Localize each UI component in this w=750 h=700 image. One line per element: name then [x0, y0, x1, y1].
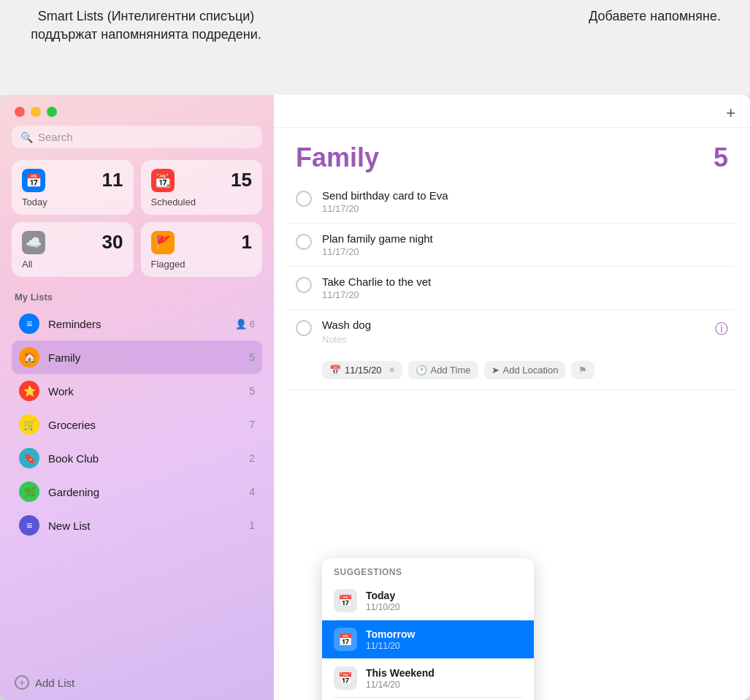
maximize-button[interactable] [47, 107, 57, 117]
suggestion-weekend-date: 11/14/20 [366, 680, 435, 690]
search-input[interactable]: Search [38, 131, 73, 143]
search-icon: 🔍 [20, 132, 33, 143]
suggestion-tomorrow-label: Tomorrow [366, 628, 415, 640]
new-list-label: New List [48, 520, 240, 532]
smart-card-scheduled-top: 📆 15 [151, 169, 253, 192]
suggestion-weekend-text: This Weekend 11/14/20 [366, 667, 435, 690]
new-list-count: 1 [249, 520, 255, 531]
smart-card-all[interactable]: ☁️ 30 All [12, 222, 134, 277]
list-header: Family 5 [274, 128, 750, 180]
add-time-chip[interactable]: 🕐 Add Time [408, 361, 478, 379]
smart-card-today-top: 📅 11 [22, 169, 123, 192]
suggestion-weekend-label: This Weekend [366, 667, 435, 679]
add-time-label: Add Time [431, 365, 471, 376]
sidebar-item-reminders[interactable]: ≡ Reminders 👤 6 [12, 307, 262, 341]
suggestion-today-date: 11/10/20 [366, 602, 400, 612]
reminder-row-inner: Wash dog Notes ⓘ [296, 319, 728, 345]
all-count: 30 [102, 231, 123, 254]
sidebar-item-new-list[interactable]: ≡ New List 1 [12, 509, 262, 542]
flagged-icon: 🚩 [151, 231, 175, 254]
clock-icon: 🕐 [416, 365, 427, 376]
suggestions-dropdown: Suggestions 📅 Today 11/10/20 📅 Tomorrow [322, 558, 534, 700]
groceries-icon: 🛒 [19, 414, 39, 435]
groceries-label: Groceries [48, 419, 240, 431]
sidebar-item-book-club[interactable]: 🔖 Book Club 2 [12, 441, 262, 475]
app-window: 🔍 Search 📅 11 Today 📆 15 Scheduled [0, 95, 750, 700]
scheduled-count: 15 [231, 169, 252, 191]
reminder-checkbox-2[interactable] [296, 234, 312, 250]
reminder-content-1: Send birthday card to Eva 11/17/20 [322, 189, 728, 214]
sidebar-item-work[interactable]: ⭐ Work 5 [12, 374, 262, 408]
flag-chip[interactable]: ⚑ [571, 361, 594, 379]
annotation-right-text: Добавете напомняне. [589, 7, 721, 26]
suggestion-today[interactable]: 📅 Today 11/10/20 [322, 582, 534, 620]
reminder-row: Take Charlie to the vet 11/17/20 [288, 267, 735, 310]
sidebar-item-groceries[interactable]: 🛒 Groceries 7 [12, 408, 262, 441]
suggestion-weekend-icon: 📅 [334, 666, 357, 690]
smart-card-flagged-top: 🚩 1 [151, 231, 253, 254]
notes-field-4[interactable]: Notes [322, 334, 705, 345]
main-topbar: + [274, 95, 750, 128]
reminder-checkbox-4[interactable] [296, 320, 312, 336]
groceries-count: 7 [249, 419, 255, 430]
my-lists-title: My Lists [12, 292, 262, 303]
suggestion-tomorrow[interactable]: 📅 Tomorrow 11/11/20 [322, 620, 534, 658]
reminder-content-4: Wash dog Notes [322, 319, 705, 345]
reminder-row-expanded: Wash dog Notes ⓘ 📅 11/15/20 ✕ 🕐 Add Time [288, 310, 735, 390]
suggestion-today-text: Today 11/10/20 [366, 590, 400, 612]
work-icon: ⭐ [19, 381, 39, 401]
add-location-chip[interactable]: ➤ Add Location [484, 361, 566, 379]
today-icon: 📅 [22, 169, 45, 192]
suggestion-tomorrow-date: 11/11/20 [366, 641, 415, 651]
date-chip-label: 11/15/20 [345, 365, 382, 376]
work-label: Work [48, 385, 240, 397]
search-bar[interactable]: 🔍 Search [12, 126, 262, 148]
annotation-left-text: Smart Lists (Интелигентни списъци) поддъ… [15, 7, 278, 44]
annotation-area: Smart Lists (Интелигентни списъци) поддъ… [0, 0, 750, 95]
list-title: Family [296, 142, 379, 173]
reminder-info-button-4[interactable]: ⓘ [715, 320, 728, 338]
reminder-date-3: 11/17/20 [322, 289, 728, 300]
smart-card-all-top: ☁️ 30 [22, 231, 123, 254]
suggestion-today-icon: 📅 [334, 589, 357, 612]
suggestion-weekend[interactable]: 📅 This Weekend 11/14/20 [322, 659, 534, 697]
sidebar-item-family[interactable]: 🏠 Family 5 [12, 341, 262, 374]
reminders-list: Send birthday card to Eva 11/17/20 Plan … [274, 180, 750, 700]
date-chip-close[interactable]: ✕ [389, 365, 395, 375]
add-reminder-button[interactable]: + [726, 105, 735, 121]
reminder-title-3: Take Charlie to the vet [322, 275, 728, 288]
sidebar-item-gardening[interactable]: 🌿 Gardening 4 [12, 475, 262, 509]
gardening-label: Gardening [48, 486, 240, 498]
all-label: All [22, 259, 123, 270]
flag-icon: ⚑ [578, 365, 587, 376]
family-count: 5 [249, 351, 255, 363]
reminder-row: Send birthday card to Eva 11/17/20 [288, 180, 735, 224]
today-count: 11 [102, 169, 123, 191]
add-list-button[interactable]: + Add List [0, 665, 274, 700]
work-count: 5 [249, 385, 255, 397]
reminders-label: Reminders [48, 318, 226, 330]
add-list-plus-icon: + [15, 675, 29, 690]
reminder-checkbox-3[interactable] [296, 277, 312, 293]
smart-grid: 📅 11 Today 📆 15 Scheduled ☁️ 30 All [0, 160, 274, 292]
reminder-date-1: 11/17/20 [322, 203, 728, 214]
suggestion-today-label: Today [366, 590, 400, 601]
reminders-badge: 👤 6 [235, 319, 255, 330]
reminder-title-1: Send birthday card to Eva [322, 189, 728, 202]
traffic-lights [0, 95, 274, 126]
close-button[interactable] [15, 107, 25, 117]
minimize-button[interactable] [31, 107, 41, 117]
flagged-count: 1 [242, 231, 252, 254]
smart-card-today[interactable]: 📅 11 Today [12, 160, 134, 215]
reminder-row: Plan family game night 11/17/20 [288, 224, 735, 267]
smart-card-flagged[interactable]: 🚩 1 Flagged [141, 222, 263, 277]
reminder-checkbox-1[interactable] [296, 191, 312, 207]
reminder-content-3: Take Charlie to the vet 11/17/20 [322, 275, 728, 300]
flagged-label: Flagged [151, 259, 253, 270]
book-club-count: 2 [249, 452, 255, 464]
smart-card-scheduled[interactable]: 📆 15 Scheduled [141, 160, 263, 215]
reminder-content-2: Plan family game night 11/17/20 [322, 232, 728, 257]
date-chip[interactable]: 📅 11/15/20 ✕ [322, 361, 402, 379]
reminder-title-2: Plan family game night [322, 232, 728, 245]
suggestions-title: Suggestions [322, 558, 534, 582]
